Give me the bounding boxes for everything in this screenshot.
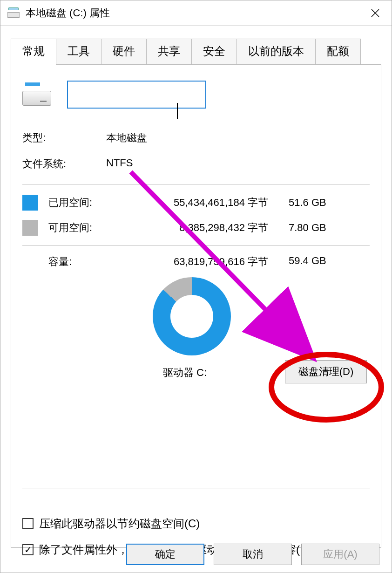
- capacity-row: 容量: 63,819,759,616 字节 59.4 GB: [22, 255, 370, 269]
- used-label: 已用空间:: [48, 196, 146, 210]
- free-swatch: [22, 220, 38, 236]
- filesystem-label: 文件系统:: [22, 157, 106, 171]
- used-gb: 51.6 GB: [272, 197, 337, 209]
- filesystem-value: NTFS: [106, 157, 133, 171]
- type-label: 类型:: [22, 131, 106, 145]
- tab-bar: 常规 工具 硬件 共享 安全 以前的版本 配额: [11, 39, 392, 64]
- free-label: 可用空间:: [48, 221, 146, 235]
- free-space-row: 可用空间: 8,385,298,432 字节 7.80 GB: [22, 220, 370, 236]
- free-bytes: 8,385,298,432 字节: [146, 221, 272, 235]
- window-title: 本地磁盘 (C:) 属性: [26, 6, 110, 20]
- compress-checkbox[interactable]: [22, 518, 34, 529]
- used-bytes: 55,434,461,184 字节: [146, 196, 272, 210]
- tab-sharing[interactable]: 共享: [146, 39, 192, 64]
- usage-donut-chart: [153, 277, 231, 355]
- tab-hardware[interactable]: 硬件: [101, 39, 147, 64]
- free-gb: 7.80 GB: [272, 222, 337, 234]
- used-swatch: [22, 195, 38, 211]
- tab-previous-versions[interactable]: 以前的版本: [237, 39, 316, 64]
- drive-large-icon: [22, 83, 51, 106]
- volume-name-input[interactable]: [67, 81, 206, 109]
- panel-general: 类型: 本地磁盘 文件系统: NTFS 已用空间: 55,434,461,184…: [11, 64, 381, 548]
- type-value: 本地磁盘: [106, 131, 147, 145]
- ok-button[interactable]: 确定: [126, 544, 204, 565]
- disk-cleanup-button[interactable]: 磁盘清理(D): [285, 360, 367, 383]
- tab-tools[interactable]: 工具: [56, 39, 101, 64]
- titlebar: 本地磁盘 (C:) 属性: [0, 0, 392, 26]
- capacity-gb: 59.4 GB: [272, 255, 337, 269]
- compress-label: 压缩此驱动器以节约磁盘空间(C): [39, 516, 200, 531]
- close-icon[interactable]: [364, 4, 387, 22]
- apply-button[interactable]: 应用(A): [301, 544, 379, 565]
- tab-security[interactable]: 安全: [191, 39, 237, 64]
- capacity-bytes: 63,819,759,616 字节: [146, 255, 272, 269]
- tab-general[interactable]: 常规: [11, 39, 56, 64]
- tab-quota[interactable]: 配额: [315, 39, 361, 64]
- drive-icon: [7, 8, 20, 18]
- drive-label: 驱动器 C:: [163, 366, 207, 380]
- dialog-footer: 确定 取消 应用(A): [0, 536, 392, 573]
- used-space-row: 已用空间: 55,434,461,184 字节 51.6 GB: [22, 195, 370, 211]
- capacity-label: 容量:: [22, 255, 146, 269]
- cancel-button[interactable]: 取消: [214, 544, 292, 565]
